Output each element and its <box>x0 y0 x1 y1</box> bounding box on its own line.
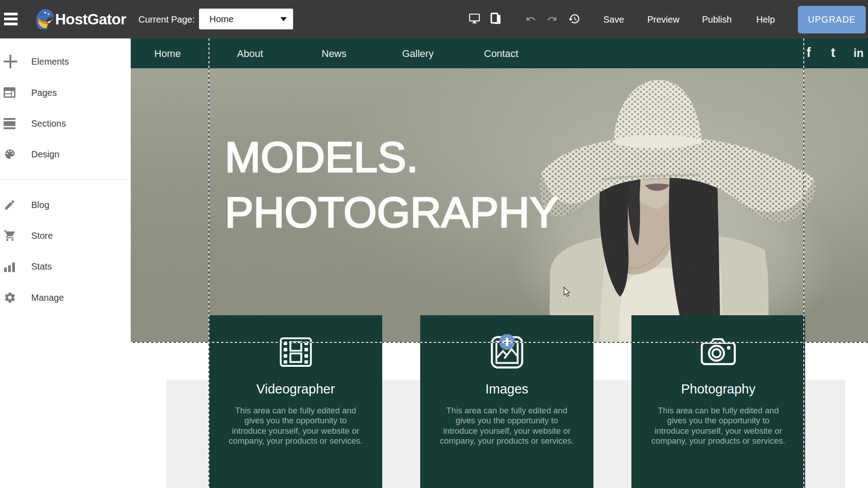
svg-text:MODELS.: MODELS. <box>225 133 418 181</box>
svg-text:PHOTOGRAPHY: PHOTOGRAPHY <box>225 188 558 236</box>
